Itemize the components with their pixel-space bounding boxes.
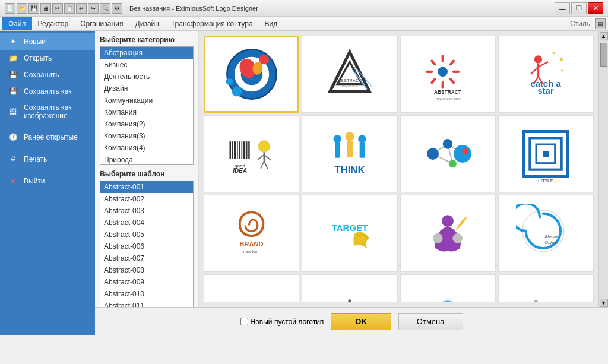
template-item-008[interactable]: Abstract-008 (100, 264, 193, 276)
svg-text:Abstract: Abstract (544, 234, 562, 239)
minimize-button[interactable]: — (555, 2, 570, 14)
svg-point-5 (259, 55, 269, 65)
template-item-003[interactable]: Abstract-003 (100, 205, 193, 217)
sidebar-btn-open[interactable]: 📁 Открыть (0, 50, 95, 67)
template-item-010[interactable]: Abstract-010 (100, 288, 193, 300)
sidebar-btn-save-image[interactable]: 🖼 Сохранить как изображение (0, 100, 95, 124)
svg-point-66 (454, 145, 471, 163)
main-layout: ✦ Новый 📁 Открыть 💾 Сохранить 💾 Сохранит… (0, 31, 608, 335)
toolbar-icon-7[interactable]: ↩ (76, 3, 87, 14)
template-item-009[interactable]: Abstract-009 (100, 276, 193, 288)
logo-cell-12[interactable]: Abstract Object (498, 195, 594, 272)
toolbar-icon-5[interactable]: ✂ (52, 3, 63, 14)
logo-cell-2[interactable]: ABSTRACT elegant icon (302, 36, 397, 113)
svg-text:Object: Object (545, 240, 559, 245)
sidebar-btn-exit[interactable]: ✕ Выйти (0, 173, 95, 189)
template-list[interactable]: Abstract-001 Abstract-002 Abstract-003 A… (100, 181, 194, 307)
toolbar-icon-3[interactable]: 💾 (28, 3, 39, 14)
template-item-007[interactable]: Abstract-007 (100, 252, 193, 264)
template-item-006[interactable]: Abstract-006 (100, 240, 193, 252)
menu-design[interactable]: Дизайн (129, 17, 165, 30)
toolbar-icon-1[interactable]: 📄 (5, 3, 15, 14)
logo-cell-3[interactable]: ABSTRACT new shape icon (400, 36, 496, 113)
svg-line-48 (264, 155, 270, 160)
logo-cell-10[interactable]: TARGET (302, 195, 397, 272)
sidebar: ✦ Новый 📁 Открыть 💾 Сохранить 💾 Сохранит… (0, 31, 95, 335)
logo-cell-9[interactable]: BRAND new icon (204, 195, 299, 272)
scroll-thumb[interactable] (600, 43, 607, 67)
sidebar-btn-save[interactable]: 💾 Сохранить (0, 67, 95, 83)
logo-cell-7[interactable] (400, 115, 496, 192)
svg-text:new shape icon: new shape icon (436, 97, 460, 100)
category-item-comms[interactable]: Коммуникации (100, 94, 193, 106)
new-empty-logo-checkbox[interactable] (240, 318, 248, 325)
category-item-abstract[interactable]: Абстракция (100, 47, 193, 59)
cancel-button[interactable]: Отмена (398, 313, 463, 330)
logo-cell-13[interactable] (204, 274, 299, 302)
template-item-005[interactable]: Abstract-005 (100, 229, 193, 240)
template-item-002[interactable]: Abstract-002 (100, 193, 193, 205)
svg-rect-59 (360, 143, 365, 158)
category-item-company2[interactable]: Компания(2) (100, 118, 193, 130)
logo-cell-14[interactable] (302, 274, 397, 302)
menu-file[interactable]: Файл (2, 17, 32, 30)
left-panel: Выберите категорию Абстракция Бизнес Дея… (95, 31, 199, 307)
svg-text:ABSTRACT: ABSTRACT (434, 89, 461, 95)
sidebar-btn-save-as[interactable]: 💾 Сохранить как (0, 83, 95, 100)
menu-view[interactable]: Вид (259, 17, 284, 30)
svg-text:star: star (538, 86, 555, 96)
category-item-business[interactable]: Бизнес (100, 59, 193, 71)
toolbar-icon-6[interactable]: 📋 (64, 3, 75, 14)
svg-marker-84 (335, 300, 365, 302)
template-item-004[interactable]: Abstract-004 (100, 217, 193, 229)
template-item-011[interactable]: Abstract-011 (100, 300, 193, 307)
logo-cell-5[interactable]: good IDEA (204, 115, 299, 192)
logo-cell-4[interactable]: catch a star ★ ★ (498, 36, 594, 113)
logo-cell-1[interactable] (204, 36, 299, 113)
new-icon: ✦ (7, 37, 19, 46)
menu-editor[interactable]: Редактор (32, 17, 75, 30)
logo-cell-15[interactable] (400, 274, 496, 302)
svg-point-80 (452, 233, 463, 243)
logo-cell-16[interactable] (498, 274, 594, 302)
svg-point-27 (534, 55, 542, 63)
sidebar-btn-print[interactable]: 🖨 Печать (0, 151, 95, 167)
svg-text:elegant icon: elegant icon (341, 84, 357, 88)
toolbar-icon-2[interactable]: 📂 (17, 3, 27, 14)
template-item-001[interactable]: Abstract-001 (100, 181, 193, 193)
new-empty-logo-label: Новый пустой логотип (251, 318, 324, 326)
category-item-design[interactable]: Дизайн (100, 83, 193, 94)
category-item-activity[interactable]: Деятельность (100, 71, 193, 83)
svg-rect-57 (347, 141, 353, 157)
svg-text:TARGET: TARGET (332, 223, 368, 233)
logo-cell-6[interactable]: THINK (302, 115, 397, 192)
close-button[interactable]: ✕ (588, 2, 603, 14)
svg-rect-38 (234, 141, 236, 159)
style-icon[interactable]: ▤ (595, 18, 606, 29)
svg-text:LITTLE: LITTLE (539, 178, 553, 183)
svg-rect-41 (241, 141, 242, 159)
category-item-company4[interactable]: Компания(4) (100, 142, 193, 154)
category-item-company3[interactable]: Компания(3) (100, 130, 193, 142)
logo-cell-8[interactable]: LITTLE CIRCLE (498, 115, 594, 192)
scroll-up-button[interactable]: ▲ (600, 32, 608, 40)
sidebar-btn-recent[interactable]: 🕐 Ранее открытые (0, 129, 95, 145)
menu-organization[interactable]: Организация (74, 17, 129, 30)
ok-button[interactable]: OK (331, 313, 391, 330)
menu-transform[interactable]: Трансформация контура (165, 17, 259, 30)
toolbar-icon-10[interactable]: ⚙ (112, 3, 122, 14)
restore-button[interactable]: ❐ (571, 2, 587, 14)
svg-point-65 (443, 139, 453, 149)
toolbar-icon-8[interactable]: ↪ (88, 3, 99, 14)
logo-cell-11[interactable] (400, 195, 496, 272)
svg-rect-39 (237, 141, 238, 159)
toolbar-icon-9[interactable]: 🔍 (100, 3, 110, 14)
grid-scrollbar[interactable]: ▲ ▼ (598, 31, 608, 307)
scroll-down-button[interactable]: ▼ (600, 299, 608, 307)
sidebar-btn-new[interactable]: ✦ Новый (0, 33, 95, 50)
toolbar-icon-4[interactable]: 🖨 (40, 3, 51, 14)
svg-line-21 (432, 61, 435, 65)
category-list[interactable]: Абстракция Бизнес Деятельность Дизайн Ко… (100, 46, 194, 165)
category-item-nature[interactable]: Природа (100, 154, 193, 165)
category-item-company[interactable]: Компания (100, 106, 193, 118)
